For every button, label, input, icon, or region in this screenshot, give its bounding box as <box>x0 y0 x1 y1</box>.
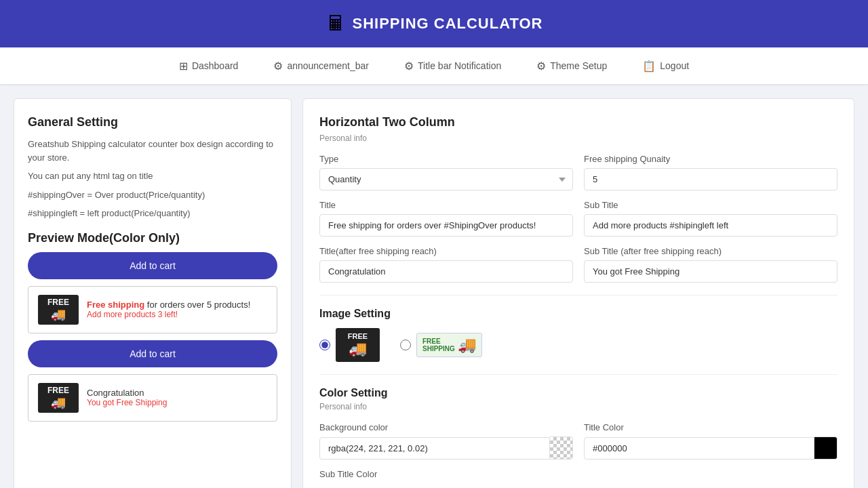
free-truck-icon-1: FREE 🚚 <box>38 295 79 325</box>
theme-icon: ⚙ <box>536 60 546 73</box>
add-to-cart-button-2[interactable]: Add to cart <box>28 340 277 367</box>
image-radio-1[interactable] <box>319 340 330 350</box>
subtitle-after-group: Sub Title (after free shipping reach) <box>584 246 837 283</box>
bg-color-input-row <box>319 436 573 460</box>
title-after-row: Title(after free shipping reach) Sub Tit… <box>319 246 837 283</box>
type-qty-row: Type Quantity Free shipping Qunaity <box>319 154 837 190</box>
title-color-swatch[interactable] <box>814 436 837 460</box>
nav-dashboard-label: Dashboard <box>192 60 239 71</box>
title-color-group: Title Color <box>584 422 837 460</box>
congrat-preview-box: FREE 🚚 Congratulation You got Free Shipp… <box>28 374 277 422</box>
nav-logout-label: Logout <box>660 60 689 71</box>
general-setting-heading: Ganeral Setting <box>28 115 277 129</box>
nav-titlebar-label: Title bar Notification <box>418 60 501 71</box>
desc1: Greatshub Shipping calculator counter bo… <box>28 138 277 164</box>
subtitle-color-row: Sub Title Color <box>319 469 837 481</box>
subtitle-group: Sub Title <box>584 200 837 237</box>
title-label: Title <box>319 200 573 210</box>
title-color-label: Title Color <box>584 422 837 432</box>
truck-color-preview: FREESHIPPING 🚚 <box>416 333 482 357</box>
logo-icon: 🖩 <box>326 12 346 35</box>
nav-title-bar-notification[interactable]: ⚙ Title bar Notification <box>400 54 505 78</box>
bg-color-label: Background color <box>319 422 573 432</box>
title-after-group: Title(after free shipping reach) <box>319 246 573 283</box>
congrat-sub-text: You got Free Shipping <box>87 398 167 407</box>
section1-title: Horizontal Two Column <box>319 115 837 129</box>
free-shipping-qty-group: Free shipping Qunaity <box>584 154 837 190</box>
nav-dashboard[interactable]: ⊞ Dashboard <box>175 54 243 78</box>
divider-2 <box>319 374 837 375</box>
subtitle-color-group: Sub Title Color <box>319 469 837 481</box>
image-setting-title: Image Setting <box>319 308 837 320</box>
title-group: Title <box>319 200 573 237</box>
nav-logout[interactable]: 📋 Logout <box>638 54 693 78</box>
nav-announcement-label: announcement_bar <box>287 60 369 71</box>
color-setting-sub: Personal info <box>319 402 837 411</box>
title-after-label: Title(after free shipping reach) <box>319 246 573 256</box>
image-option-2: FREESHIPPING 🚚 <box>400 333 482 357</box>
image-options: FREE 🚚 FREESHIPPING 🚚 <box>319 328 837 362</box>
bg-color-swatch[interactable] <box>550 436 573 460</box>
header: 🖩 Shipping Calculator <box>0 0 868 47</box>
desc3: #shippingOver = Over product(Price/quant… <box>28 188 277 202</box>
title-subtitle-row: Title Sub Title <box>319 200 837 237</box>
title-color-input[interactable] <box>584 437 814 460</box>
truck-black-preview: FREE 🚚 <box>336 328 380 362</box>
logo: 🖩 Shipping Calculator <box>326 12 543 35</box>
desc4: #shippingleft = left product(Price/quant… <box>28 207 277 220</box>
shipping-preview-box-1: FREE 🚚 Free shipping for orders over 5 p… <box>28 286 277 333</box>
bg-color-input[interactable] <box>319 437 550 460</box>
left-panel: Ganeral Setting Greatshub Shipping calcu… <box>14 98 292 488</box>
logout-icon: 📋 <box>642 60 656 73</box>
image-option-1: FREE 🚚 <box>319 328 380 362</box>
free-shipping-qty-input[interactable] <box>584 168 837 190</box>
subtitle-after-input[interactable] <box>584 260 837 283</box>
type-label: Type <box>319 154 573 164</box>
subtitle-color-label: Sub Title Color <box>319 469 837 479</box>
title-after-input[interactable] <box>319 260 573 283</box>
shipping-text-1: Free shipping for orders over 5 products… <box>87 300 250 319</box>
main-container: Ganeral Setting Greatshub Shipping calcu… <box>0 85 868 488</box>
free-shipping-qty-label: Free shipping Qunaity <box>584 154 837 164</box>
color-row: Background color Title Color <box>319 422 837 460</box>
logo-text: Shipping Calculator <box>353 15 543 33</box>
right-panel: Horizontal Two Column Personal info Type… <box>302 98 854 488</box>
titlebar-icon: ⚙ <box>404 60 414 73</box>
shipping-sub-text: Add more products 3 left! <box>87 310 250 319</box>
subtitle-input[interactable] <box>584 214 837 237</box>
image-radio-2[interactable] <box>400 340 411 350</box>
nav-theme-setup[interactable]: ⚙ Theme Setup <box>532 54 611 78</box>
subtitle-label: Sub Title <box>584 200 837 210</box>
type-group: Type Quantity <box>319 154 573 190</box>
title-input[interactable] <box>319 214 573 237</box>
color-setting-title: Color Setting <box>319 387 837 399</box>
desc2: You can put any html tag on title <box>28 169 277 183</box>
congrat-truck-icon: FREE 🚚 <box>38 383 79 413</box>
announcement-icon: ⚙ <box>273 60 283 73</box>
main-nav: ⊞ Dashboard ⚙ announcement_bar ⚙ Title b… <box>0 47 868 85</box>
nav-announcement-bar[interactable]: ⚙ announcement_bar <box>269 54 373 78</box>
bg-color-group: Background color <box>319 422 573 460</box>
add-to-cart-button-1[interactable]: Add to cart <box>28 252 277 279</box>
nav-theme-label: Theme Setup <box>550 60 607 71</box>
type-select[interactable]: Quantity <box>319 168 573 190</box>
congrat-text: Congratulation You got Free Shipping <box>87 388 167 407</box>
section1-subtitle: Personal info <box>319 134 837 143</box>
preview-mode-title: Preview Mode(Color Only) <box>28 231 277 245</box>
dashboard-icon: ⊞ <box>179 60 188 73</box>
title-color-input-row <box>584 436 837 460</box>
divider-1 <box>319 295 837 296</box>
subtitle-after-label: Sub Title (after free shipping reach) <box>584 246 837 256</box>
